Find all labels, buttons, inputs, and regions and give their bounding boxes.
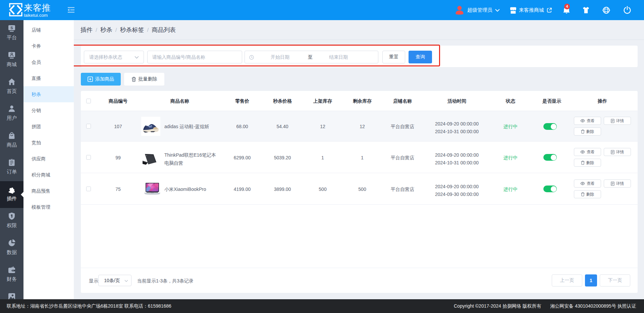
svg-text:4: 4 bbox=[566, 4, 568, 8]
svg-text:S: S bbox=[10, 26, 13, 30]
